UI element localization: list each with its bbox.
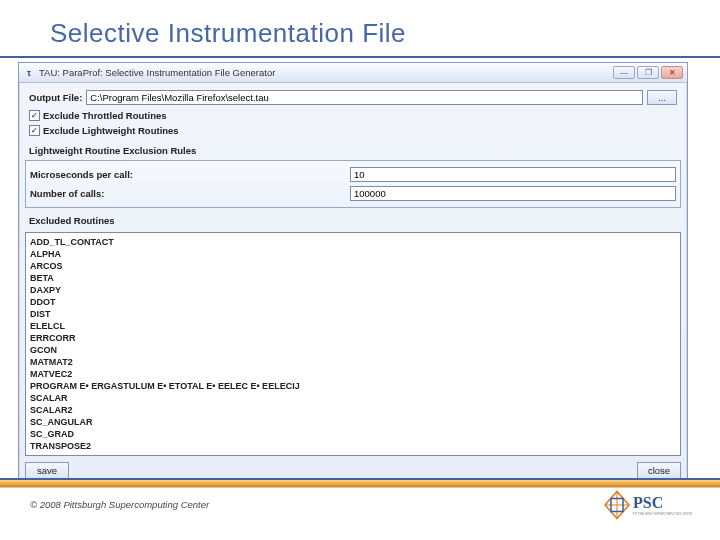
list-item[interactable]: MATVEC2 <box>30 368 676 380</box>
slide-title: Selective Instrumentation File <box>50 18 406 49</box>
list-item[interactable]: BETA <box>30 272 676 284</box>
excluded-routines-title: Excluded Routines <box>25 212 681 230</box>
titlebar: τ TAU: ParaProf: Selective Instrumentati… <box>19 63 687 83</box>
list-item[interactable]: UNC3MDERIV <box>30 452 676 456</box>
list-item[interactable]: ALPHA <box>30 248 676 260</box>
exclude-throttled-label: Exclude Throttled Routines <box>43 110 167 121</box>
exclusion-rules-title: Lightweight Routine Exclusion Rules <box>25 142 681 160</box>
list-item[interactable]: ERRCORR <box>30 332 676 344</box>
slide-title-bar <box>0 56 720 58</box>
exclude-throttled-checkbox[interactable]: ✓ <box>29 110 40 121</box>
psc-logo-svg: PSC PITTSBURGH SUPERCOMPUTING CENTER <box>602 488 692 524</box>
microseconds-row: Microseconds per call: 10 <box>30 165 676 184</box>
exclusion-rules-group: Lightweight Routine Exclusion Rules Micr… <box>25 142 681 208</box>
exclude-lightweight-checkbox[interactable]: ✓ <box>29 125 40 136</box>
excluded-routines-group: Excluded Routines ADD_TL_CONTACTALPHAARC… <box>25 212 681 456</box>
logo-subtext: PITTSBURGH SUPERCOMPUTING CENTER <box>633 512 692 516</box>
close-button[interactable]: close <box>637 462 681 479</box>
window-client: Output File: C:\Program Files\Mozilla Fi… <box>19 83 687 485</box>
output-file-input[interactable]: C:\Program Files\Mozilla Firefox\select.… <box>86 90 643 105</box>
copyright: © 2008 Pittsburgh Supercomputing Center <box>30 499 209 510</box>
numcalls-row: Number of calls: 100000 <box>30 184 676 203</box>
window-title: TAU: ParaProf: Selective Instrumentation… <box>39 67 275 78</box>
browse-button[interactable]: ... <box>647 90 677 105</box>
logo-text: PSC <box>633 494 663 511</box>
list-item[interactable]: ADD_TL_CONTACT <box>30 236 676 248</box>
exclude-lightweight-label: Exclude Lightweight Routines <box>43 125 179 136</box>
excluded-routines-list[interactable]: ADD_TL_CONTACTALPHAARCOSBETADAXPYDDOTDIS… <box>25 232 681 456</box>
microseconds-input[interactable]: 10 <box>350 167 676 182</box>
numcalls-input[interactable]: 100000 <box>350 186 676 201</box>
app-window: τ TAU: ParaProf: Selective Instrumentati… <box>18 62 688 486</box>
list-item[interactable]: TRANSPOSE2 <box>30 440 676 452</box>
list-item[interactable]: DIST <box>30 308 676 320</box>
close-window-button[interactable]: ✕ <box>661 66 683 79</box>
microseconds-label: Microseconds per call: <box>30 169 350 180</box>
exclude-lightweight-row: ✓ Exclude Lightweight Routines <box>25 123 681 138</box>
numcalls-label: Number of calls: <box>30 188 350 199</box>
list-item[interactable]: PROGRAM E• ERGASTULUM E• ETOTAL E• EELEC… <box>30 380 676 392</box>
footer-stripe <box>0 478 720 488</box>
output-file-row: Output File: C:\Program Files\Mozilla Fi… <box>25 87 681 108</box>
list-item[interactable]: DAXPY <box>30 284 676 296</box>
list-item[interactable]: ELELCL <box>30 320 676 332</box>
output-file-label: Output File: <box>29 92 82 103</box>
maximize-button[interactable]: ❐ <box>637 66 659 79</box>
list-item[interactable]: MATMAT2 <box>30 356 676 368</box>
list-item[interactable]: ARCOS <box>30 260 676 272</box>
button-bar: save close <box>25 460 681 479</box>
list-item[interactable]: DDOT <box>30 296 676 308</box>
exclude-throttled-row: ✓ Exclude Throttled Routines <box>25 108 681 123</box>
save-button[interactable]: save <box>25 462 69 479</box>
minimize-button[interactable]: — <box>613 66 635 79</box>
list-item[interactable]: SCALAR <box>30 392 676 404</box>
app-icon: τ <box>23 67 35 79</box>
list-item[interactable]: SC_ANGULAR <box>30 416 676 428</box>
list-item[interactable]: SCALAR2 <box>30 404 676 416</box>
list-item[interactable]: SC_GRAD <box>30 428 676 440</box>
list-item[interactable]: GCON <box>30 344 676 356</box>
psc-logo: PSC PITTSBURGH SUPERCOMPUTING CENTER <box>602 488 692 524</box>
